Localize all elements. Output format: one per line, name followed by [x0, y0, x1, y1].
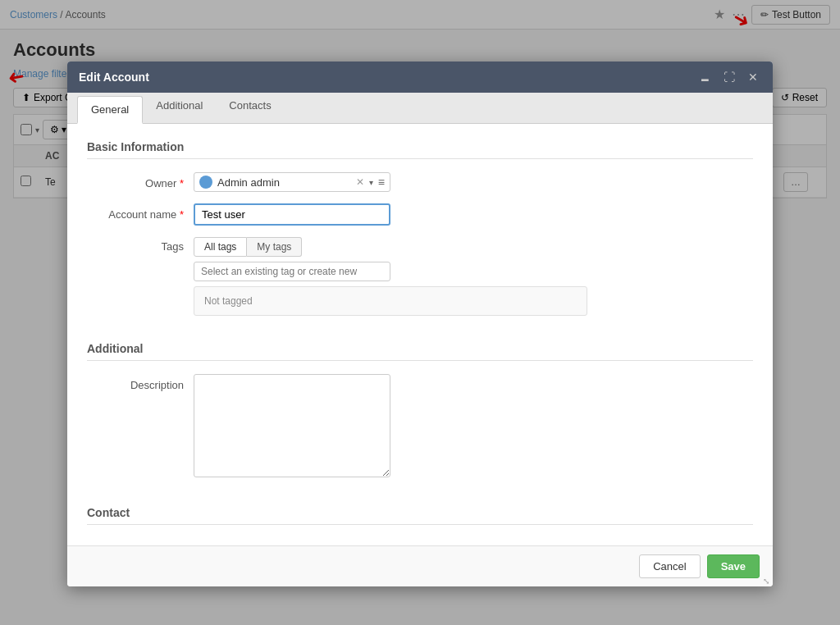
owner-selector[interactable]: Admin admin ✕ ▾ ≡	[194, 172, 390, 192]
owner-dropdown-arrow[interactable]: ▾	[369, 178, 373, 187]
modal-header-icons: 🗕 ⛶ ✕	[696, 70, 761, 84]
owner-clear-button[interactable]: ✕	[356, 176, 364, 188]
account-name-form-row: Account name *	[87, 203, 753, 226]
description-field	[194, 374, 587, 480]
tags-tabs: All tags My tags	[194, 237, 753, 257]
basic-info-section-title: Basic Information	[87, 140, 753, 159]
owner-required-star: *	[176, 177, 184, 189]
owner-label: Owner *	[87, 172, 194, 189]
contact-section-partial: Contact	[87, 496, 753, 525]
additional-section: Additional Description	[87, 332, 753, 480]
modal-overlay: Edit Account 🗕 ⛶ ✕ General Additional Co…	[0, 0, 840, 625]
tags-form-row: Tags All tags My tags Not tagged	[87, 237, 753, 316]
modal-minimize-button[interactable]: 🗕	[696, 70, 714, 84]
tab-contacts[interactable]: Contacts	[216, 93, 284, 124]
modal-header: Edit Account 🗕 ⛶ ✕	[67, 62, 773, 93]
modal-body: Basic Information Owner * Admin admin ✕ …	[67, 124, 773, 545]
account-name-input[interactable]	[194, 203, 390, 226]
account-name-field	[194, 203, 587, 226]
contact-section-title: Contact	[87, 506, 753, 525]
tag-search-input[interactable]	[194, 262, 390, 281]
tab-additional[interactable]: Additional	[143, 93, 216, 124]
save-button[interactable]: Save	[707, 554, 760, 578]
cancel-button[interactable]: Cancel	[639, 554, 700, 578]
account-name-label: Account name *	[87, 203, 194, 221]
account-name-required-star: *	[176, 208, 184, 221]
modal-tabs: General Additional Contacts	[67, 93, 773, 124]
description-label: Description	[87, 374, 194, 391]
tag-empty-message: Not tagged	[194, 286, 587, 316]
modal-maximize-button[interactable]: ⛶	[720, 70, 738, 84]
resize-handle[interactable]: ⤡	[763, 577, 771, 585]
modal-title: Edit Account	[79, 71, 149, 84]
modal-close-button[interactable]: ✕	[745, 70, 761, 84]
owner-name-value: Admin admin	[217, 176, 351, 189]
owner-form-row: Owner * Admin admin ✕ ▾ ≡	[87, 172, 753, 192]
modal-footer: Cancel Save	[67, 545, 773, 586]
tags-content: All tags My tags Not tagged	[194, 237, 753, 316]
owner-avatar	[199, 176, 212, 189]
owner-menu-icon[interactable]: ≡	[378, 176, 385, 189]
description-textarea[interactable]	[194, 374, 390, 477]
tab-all-tags[interactable]: All tags	[194, 237, 247, 257]
additional-section-title: Additional	[87, 342, 753, 361]
edit-account-modal: Edit Account 🗕 ⛶ ✕ General Additional Co…	[67, 62, 773, 586]
owner-field: Admin admin ✕ ▾ ≡	[194, 172, 587, 192]
tags-label: Tags	[87, 237, 194, 253]
tab-my-tags[interactable]: My tags	[247, 237, 302, 257]
description-form-row: Description	[87, 374, 753, 480]
tab-general[interactable]: General	[77, 96, 143, 124]
